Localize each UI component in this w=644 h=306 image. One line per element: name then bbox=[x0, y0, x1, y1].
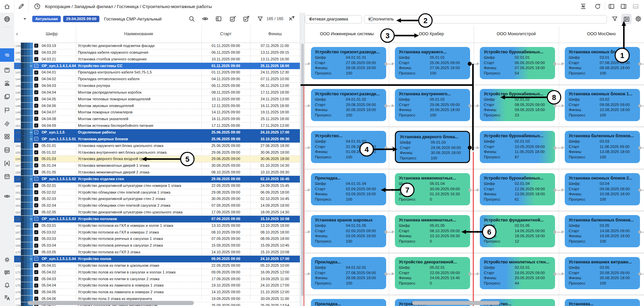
row-checkbox[interactable]: ✓ bbox=[34, 104, 38, 108]
calendar-icon[interactable] bbox=[3, 173, 11, 180]
row-checkbox[interactable]: ✓ bbox=[34, 184, 38, 188]
row-checkbox[interactable]: ✓ bbox=[34, 217, 38, 221]
collapse-dash[interactable]: – bbox=[30, 63, 32, 69]
view-select[interactable]: Сетевая диаграмма bbox=[305, 15, 362, 23]
check-all-icon[interactable] bbox=[229, 15, 236, 22]
row-checkbox[interactable]: ✓ bbox=[34, 64, 38, 68]
fit-rows-icon[interactable] bbox=[580, 3, 587, 10]
table-row[interactable]: 155✓05.01.02Установка внутреннего мет.бл… bbox=[14, 149, 300, 156]
table-row[interactable]: 173✓05.04.02Устройство полов из плитки в… bbox=[14, 269, 300, 276]
task-card[interactable]: Установка внутреннего...Шифр05.01.02Стар… bbox=[395, 89, 470, 121]
table-row[interactable]: 170✓05.03.05Устройство потолков из ГКЛ 3… bbox=[14, 249, 300, 256]
table-row[interactable]: 160✓05.02.01Устройство декоративной штук… bbox=[14, 183, 300, 189]
hatch-lines-icon[interactable] bbox=[3, 120, 11, 127]
table-row[interactable]: 139✓04.03.19Устройство декоративной подс… bbox=[14, 43, 300, 49]
filter-icon[interactable] bbox=[611, 15, 618, 22]
task-card[interactable]: Устройство горизонт.разводк...Шифр04.01.… bbox=[311, 47, 386, 79]
row-checkbox[interactable]: ✓ bbox=[34, 90, 38, 94]
database-icon[interactable] bbox=[3, 146, 11, 154]
table-row[interactable]: 172✓05.04.01Устройство полов из плитки в… bbox=[14, 262, 300, 269]
version-date-badge[interactable]: 29.04.2025 09:00 bbox=[63, 16, 99, 22]
task-card[interactable]: Устройство...Шифр04.01.01.03Старт31.08.2… bbox=[311, 131, 386, 163]
row-checkbox[interactable]: ✓ bbox=[34, 197, 38, 201]
table-row[interactable]: 152–✓OP_syn.1.1.5Отделочные работы25.06.… bbox=[14, 129, 300, 136]
table-row[interactable]: 163✓05.02.04Устройство облицовки стен пл… bbox=[14, 202, 300, 209]
breadcrumb[interactable]: Корпорация / Западный филиал / Гостиница… bbox=[45, 4, 212, 9]
table-row[interactable]: 168✓05.03.03Устройство потолков реечных … bbox=[14, 236, 300, 242]
table-row[interactable]: 150✓04.04.08Монтаж световых указателей16… bbox=[14, 116, 300, 122]
task-card[interactable]: Установка межкомнатных...Шифр05.01.04Ста… bbox=[395, 173, 470, 205]
table-row[interactable]: 175✓05.04.04Устройство полов из ламината… bbox=[14, 282, 300, 289]
collapse-panel-chevron[interactable]: ‹ bbox=[16, 31, 18, 37]
diagram-column-header[interactable]: ООО Инженерные системы bbox=[305, 25, 389, 43]
task-card[interactable]: Прокладка... bbox=[311, 299, 386, 306]
row-checkbox[interactable]: ✓ bbox=[34, 284, 38, 288]
group-by-field[interactable]: Исполнитель bbox=[364, 15, 607, 23]
task-card[interactable]: Установка оконных блок...Шифр03.01Старт0… bbox=[565, 47, 640, 79]
task-card[interactable]: Установка балконных блоков...Шифр03.05Ст… bbox=[565, 215, 640, 247]
table-row[interactable]: 169✓05.03.04Устройство потолков реечных … bbox=[14, 242, 300, 249]
row-checkbox[interactable]: ✓ bbox=[34, 290, 38, 294]
histogram-icon[interactable] bbox=[3, 80, 11, 87]
task-card[interactable]: Устройство горизонт.разводк...Шифр04.01.… bbox=[311, 89, 386, 121]
table-hscrollbar-thumb[interactable] bbox=[28, 301, 194, 305]
row-checkbox[interactable]: ✓ bbox=[34, 177, 38, 181]
table-row[interactable]: 176✓05.04.05Устройство полов из ламината… bbox=[14, 289, 300, 296]
brightness-icon[interactable] bbox=[3, 256, 11, 263]
diagram-column-header[interactable]: ООО МосОкно bbox=[559, 25, 644, 43]
search-icon[interactable] bbox=[188, 15, 195, 22]
task-card[interactable]: Устройство буронабивных...Шифр02.01.03Ст… bbox=[480, 131, 555, 163]
table-row[interactable]: 144✓04.04.02Прокладка оптоволоконного ка… bbox=[14, 76, 300, 83]
row-checkbox[interactable]: ✓ bbox=[34, 57, 38, 61]
sidebar-item-task-list-active[interactable] bbox=[0, 48, 14, 62]
collapse-dash[interactable]: – bbox=[30, 176, 32, 182]
task-card[interactable]: Установка оконных блоков 2...Шифр03.04Ст… bbox=[565, 173, 640, 205]
filter-icon[interactable] bbox=[257, 15, 264, 22]
table-row[interactable]: 154✓05.01.01Установка наружнего мет.блок… bbox=[14, 143, 300, 149]
diagram-hscrollbar-thumb[interactable] bbox=[412, 301, 500, 305]
table-row[interactable]: 157✓05.01.04Установка межкомнатных двере… bbox=[14, 162, 300, 169]
task-card[interactable]: Установка дверного блока...Шифр05.01.03С… bbox=[395, 131, 470, 163]
row-checkbox[interactable]: ✓ bbox=[34, 130, 38, 134]
table-row[interactable]: 153–✓OP_syn.1.1.5.1.5.01Установка дверны… bbox=[14, 136, 300, 143]
gear-icon[interactable] bbox=[635, 15, 642, 22]
column-header-code[interactable]: Шифр bbox=[21, 25, 83, 43]
row-checkbox[interactable]: ✓ bbox=[34, 210, 38, 214]
task-card[interactable]: Прокладка...Шифр04.01.02.01Старт27.08.20… bbox=[311, 257, 386, 289]
eye-icon[interactable] bbox=[3, 193, 11, 200]
table-row[interactable]: 164✓05.02.05Устройство декоративной штук… bbox=[14, 209, 300, 216]
task-card[interactable]: Установка балконных блоков...Шифр03.03Ст… bbox=[565, 131, 640, 163]
task-card[interactable]: Установка кранов шаровыхШифр04.01.01.05С… bbox=[311, 215, 386, 247]
row-checkbox[interactable]: ✓ bbox=[34, 84, 38, 88]
row-checkbox[interactable]: ✓ bbox=[34, 150, 38, 154]
table-row[interactable]: 149✓04.04.07Монтаж пожарных сплинклеров1… bbox=[14, 109, 300, 116]
row-checkbox[interactable]: ✓ bbox=[34, 270, 38, 274]
kanban-board-icon[interactable] bbox=[3, 66, 11, 74]
table-row[interactable]: 159–✓OP_syn.1.1.5.1.5.02Устройство отдел… bbox=[14, 176, 300, 183]
collapse-dash[interactable]: – bbox=[30, 136, 32, 142]
table-row[interactable]: 162✓05.02.03Устройство декоративной штук… bbox=[14, 196, 300, 202]
task-card[interactable]: Установка внешних витражн...Шифр03.06Ста… bbox=[565, 257, 640, 289]
row-checkbox[interactable]: ✓ bbox=[34, 223, 38, 227]
chevron-down-icon[interactable] bbox=[368, 18, 371, 20]
diagram-column-header[interactable]: ООО Крабер bbox=[389, 25, 474, 43]
row-checkbox[interactable]: ✓ bbox=[34, 157, 38, 161]
flag-icon[interactable] bbox=[3, 106, 11, 114]
windows-icon[interactable] bbox=[3, 93, 11, 100]
task-card[interactable]: Установка наружнего...Шифр05.01.01Старт2… bbox=[395, 47, 470, 79]
row-checkbox[interactable]: ✓ bbox=[34, 190, 38, 194]
table-row[interactable]: 145✓04.04.03Установка роутера06.11.2025 … bbox=[14, 83, 300, 89]
column-header-finish[interactable]: Финиш bbox=[250, 25, 300, 43]
table-row[interactable]: 158✓05.01.05Установка межкомнатных двере… bbox=[14, 169, 300, 176]
columns-panel-icon[interactable] bbox=[215, 15, 222, 22]
task-card[interactable]: Установка оконных блоков 1...Шифр03.02Ст… bbox=[565, 89, 640, 121]
eye-icon[interactable] bbox=[201, 15, 209, 22]
collapse-dash[interactable]: – bbox=[30, 216, 32, 222]
row-checkbox[interactable]: ✓ bbox=[34, 44, 38, 48]
table-row[interactable]: 161✓05.02.02Устройство облицовки стен пл… bbox=[14, 189, 300, 196]
uncheck-all-icon[interactable] bbox=[242, 15, 250, 22]
task-card[interactable]: Устройство декоративной...Шифр05.02.01Ст… bbox=[395, 257, 470, 289]
table-row[interactable]: 167✓05.03.02Устройство потолков из ГКЛ в… bbox=[14, 229, 300, 236]
table-row[interactable]: 151✓04.04.09Монтаж источника бесперебойн… bbox=[14, 122, 300, 129]
task-card[interactable]: Устройство фундаментной...Шифр02.01.05Ст… bbox=[480, 215, 555, 247]
